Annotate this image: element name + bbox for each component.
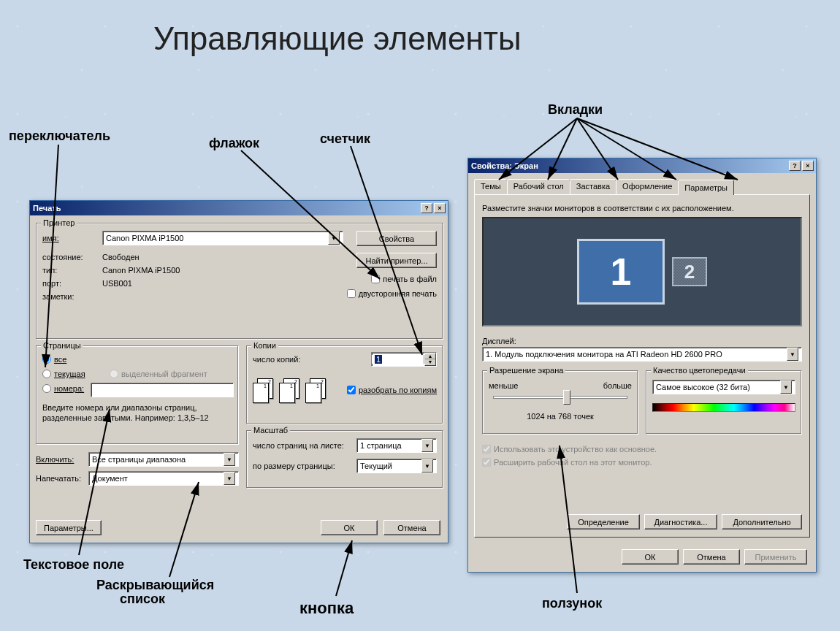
display-title: Свойства: Экран [471, 161, 787, 170]
res-value: 1024 на 768 точек [483, 412, 638, 421]
annot-radio-label: переключатель [9, 129, 110, 144]
chevron-down-icon[interactable]: ▼ [328, 232, 340, 245]
chevron-down-icon[interactable]: ▼ [787, 348, 798, 361]
print-cancel-button[interactable]: Отмена [383, 520, 440, 535]
annot-text-label: Текстовое поле [23, 557, 124, 573]
monitor-2-icon[interactable]: 2 [672, 257, 707, 286]
tab-themes[interactable]: Темы [474, 179, 508, 194]
collate-preview-icon: 21 [305, 375, 329, 405]
print-title: Печать [33, 204, 419, 213]
tab-screensaver[interactable]: Заставка [570, 179, 616, 194]
identify-button[interactable]: Определение [567, 514, 640, 529]
pages-current-label: текущая [54, 370, 85, 378]
annot-list-l2: список [96, 592, 165, 606]
res-slider-thumb[interactable] [563, 390, 570, 405]
print-dialog: Печать ? × Принтер имя: Canon PIXMA iP15… [29, 200, 448, 543]
pages-num-radio[interactable] [42, 384, 51, 393]
tab-settings[interactable]: Параметры [678, 180, 734, 195]
tabstrip: Темы Рабочий стол Заставка Оформление Па… [474, 179, 810, 194]
display-hint: Разместите значки мониторов в соответств… [482, 204, 802, 213]
close-icon[interactable]: × [802, 161, 814, 171]
printwhat-combo[interactable]: Документ ▼ [88, 471, 239, 486]
color-quality-strip [652, 403, 795, 412]
tab-appearance[interactable]: Оформление [616, 179, 679, 194]
monitor-1-icon[interactable]: 1 [577, 239, 665, 305]
res-more: больше [603, 381, 632, 390]
pages-num-field[interactable] [91, 383, 234, 397]
annot-spin-label: счетчик [320, 131, 370, 147]
pages-all-row[interactable]: все [42, 355, 66, 364]
extend-desktop-label: Расширить рабочий стол на этот монитор. [494, 458, 652, 467]
print-to-file-row[interactable]: печать в файл [371, 275, 437, 283]
duplex-checkbox[interactable] [347, 289, 356, 298]
chevron-down-icon[interactable]: ▼ [421, 459, 433, 473]
res-group-legend: Разрешение экрана [487, 366, 565, 375]
collate-preview-icon: 21 [279, 375, 302, 405]
display-combo[interactable]: 1. Модуль подключения монитора на ATI Ra… [482, 347, 802, 362]
pages-current-row[interactable]: текущая [42, 370, 85, 378]
type-value: Canon PIXMA iP1500 [102, 266, 180, 275]
help-icon[interactable]: ? [789, 161, 801, 171]
tab-desktop[interactable]: Рабочий стол [507, 179, 570, 194]
print-to-file-checkbox[interactable] [371, 275, 380, 283]
annot-tabs-label: Вкладки [548, 102, 603, 118]
ppp-label: число страниц на листе: [253, 441, 344, 450]
res-slider-track[interactable] [493, 396, 627, 399]
display-ok-button[interactable]: ОК [622, 549, 679, 565]
help-icon[interactable]: ? [421, 203, 432, 213]
primary-device-row: Использовать это устройство как основное… [482, 445, 802, 454]
monitors-preview[interactable]: 1 2 [482, 217, 802, 326]
pages-num-row[interactable]: номера: [42, 384, 84, 393]
annot-check-label: флажок [209, 136, 259, 151]
spin-buttons[interactable]: ▲▼ [424, 353, 436, 366]
diagnostics-button[interactable]: Диагностика... [644, 514, 717, 529]
printer-name-combo[interactable]: Canon PIXMA iP1500 ▼ [102, 231, 343, 245]
type-label: тип: [42, 266, 57, 275]
extend-desktop-checkbox [482, 458, 491, 467]
pages-group-legend: Страницы [41, 341, 83, 350]
quality-group-legend: Качество цветопередачи [651, 366, 748, 375]
ppp-combo[interactable]: 1 страница ▼ [356, 438, 437, 453]
display-cancel-button[interactable]: Отмена [683, 549, 740, 565]
chevron-down-icon[interactable]: ▼ [421, 439, 433, 452]
quality-combo[interactable]: Самое высокое (32 бита) ▼ [652, 380, 795, 394]
display-apply-button[interactable]: Применить [744, 549, 807, 565]
annot-list-l1: Раскрывающийся [96, 578, 214, 592]
pages-all-label: все [54, 355, 66, 364]
pages-sel-radio [110, 370, 118, 378]
printwhat-label: Напечатать: [36, 474, 81, 483]
fit-combo[interactable]: Текущий ▼ [356, 459, 437, 473]
primary-device-checkbox [482, 445, 491, 454]
advanced-button[interactable]: Дополнительно [722, 514, 802, 529]
copies-label: число копий: [253, 355, 300, 364]
status-value: Свободен [102, 253, 140, 261]
annot-button-label: кнопка [299, 599, 354, 618]
port-value: USB001 [102, 279, 132, 288]
printer-props-button[interactable]: Свойства [356, 231, 437, 246]
printwhat-value: Документ [92, 474, 224, 483]
chevron-down-icon[interactable]: ▼ [224, 472, 235, 485]
collate-row[interactable]: разобрать по копиям [347, 386, 437, 394]
copies-group-legend: Копии [251, 341, 278, 350]
collate-preview-icon: 21 [253, 375, 276, 405]
pages-all-radio[interactable] [42, 355, 51, 364]
find-printer-button[interactable]: Найти принтер... [356, 253, 437, 268]
port-label: порт: [42, 279, 61, 288]
print-to-file-label: печать в файл [383, 275, 437, 283]
fit-value: Текущий [360, 462, 421, 470]
pages-num-label: номера: [54, 384, 84, 393]
chevron-down-icon[interactable]: ▼ [224, 453, 235, 466]
copies-value: 1 [375, 355, 382, 364]
copies-spinner[interactable]: 1 ▲▼ [371, 352, 437, 367]
close-icon[interactable]: × [434, 203, 446, 213]
duplex-row[interactable]: двусторонняя печать [347, 289, 437, 298]
include-combo[interactable]: Все страницы диапазона ▼ [88, 452, 239, 467]
printer-name-value: Canon PIXMA iP1500 [106, 234, 328, 242]
pages-hint: Введите номера или диапазоны страниц, ра… [42, 403, 232, 424]
collate-checkbox[interactable] [347, 386, 356, 394]
chevron-down-icon[interactable]: ▼ [780, 380, 792, 394]
pages-current-radio[interactable] [42, 370, 51, 378]
notes-label: заметки: [42, 292, 75, 301]
print-ok-button[interactable]: ОК [321, 520, 378, 535]
print-params-button[interactable]: Параметры... [36, 520, 102, 535]
